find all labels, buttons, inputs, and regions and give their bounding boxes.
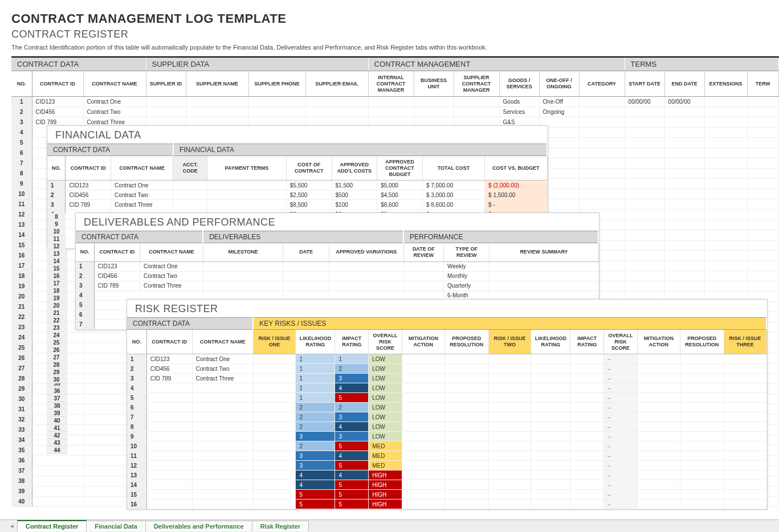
table-row[interactable]: 1555HIGH– [127, 490, 766, 500]
table-row[interactable]: 1134MED– [127, 451, 766, 461]
table-row[interactable]: 1CID123Contract OneGoodsOne-Off00/00/000… [11, 97, 778, 107]
section-supplier-data: SUPPLIER DATA [146, 57, 368, 71]
page-subtitle: CONTRACT REGISTER [11, 28, 768, 40]
table-row[interactable]: 1CID123Contract OneWeekly [76, 261, 598, 271]
table-row[interactable]: 2CID456Contract TwoMonthly [76, 271, 598, 281]
table-row[interactable]: 622LOW– [127, 403, 766, 412]
table-row[interactable]: 2CID456Contract TwoServicesOngoing [11, 107, 778, 117]
table-row[interactable]: 414LOW– [127, 383, 766, 393]
table-row[interactable]: 1344HIGH– [127, 470, 766, 480]
table-row[interactable]: 3CID 789Contract ThreeQuarterly [76, 281, 598, 290]
table-row[interactable]: 3CID 789Contract Three13LOW– [127, 374, 766, 383]
section-contract-data: CONTRACT DATA [11, 57, 146, 71]
table-row[interactable]: 824LOW– [127, 422, 766, 432]
table-row[interactable]: 1445HIGH– [127, 480, 766, 490]
section-contract-management: CONTRACT MANAGEMENT [368, 57, 625, 71]
table-row[interactable]: 515LOW– [127, 393, 766, 403]
page-title: CONTRACT MANAGEMENT LOG TEMPLATE [11, 11, 768, 26]
table-row[interactable]: 723LOW– [127, 412, 766, 422]
page-description: The Contract Identification portion of t… [11, 44, 768, 51]
table-row[interactable]: 2CID456Contract Two$2,500$500$4,500$ 3,0… [47, 190, 547, 200]
table-row[interactable]: 933LOW– [127, 432, 766, 441]
section-terms: TERMS [625, 57, 778, 71]
table-row[interactable]: 1025MED– [127, 441, 766, 451]
table-row[interactable]: 1CID123Contract One11LOW– [127, 354, 766, 364]
risk-register-panel: RISK REGISTER CONTRACT DATA KEY RISKS / … [127, 299, 768, 510]
table-row[interactable]: 3CID 789Contract Three$8,500$100$8,600$ … [47, 200, 547, 210]
table-row[interactable]: 1235MED– [127, 461, 766, 470]
main-column-headers: NO. CONTRACT ID CONTRACT NAME SUPPLIER I… [11, 71, 778, 97]
table-row[interactable]: 1655HIGH– [127, 500, 766, 509]
table-row[interactable]: 2CID456Contract Two12LOW– [127, 364, 766, 374]
table-row[interactable]: 1CID123Contract One$5,500$1,500$5,000$ 7… [47, 181, 547, 190]
